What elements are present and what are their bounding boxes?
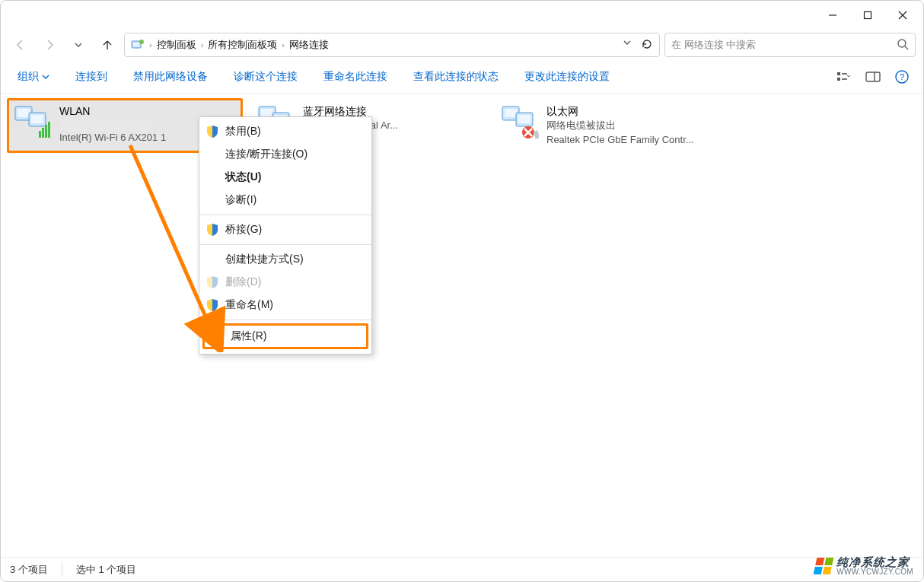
uac-shield-icon	[206, 125, 219, 138]
ctx-rename[interactable]: 重命名(M)	[199, 294, 371, 316]
ctx-properties[interactable]: 属性(R)	[205, 326, 366, 347]
up-button[interactable]	[95, 33, 119, 57]
status-item-count: 3 个项目	[10, 563, 48, 577]
svg-rect-21	[39, 131, 41, 138]
connect-to-button[interactable]: 连接到	[66, 65, 116, 88]
close-button[interactable]	[885, 3, 920, 27]
watermark-url: WWW.YCWJZY.COM	[836, 568, 913, 576]
ctx-properties-highlight: 属性(R)	[202, 323, 368, 349]
content-area[interactable]: WLAN Intel(R) Wi-Fi 6 AX201 1 蓝牙网络连接	[1, 94, 923, 557]
uac-shield-icon	[206, 298, 219, 312]
uac-shield-icon	[206, 223, 219, 237]
watermark-title: 纯净系统之家	[836, 556, 913, 568]
svg-rect-20	[31, 115, 43, 123]
svg-rect-24	[48, 122, 50, 138]
forward-button[interactable]	[37, 33, 62, 57]
status-selection: 选中 1 个项目	[76, 563, 136, 577]
svg-rect-30	[505, 109, 517, 117]
organize-menu[interactable]: 组织	[8, 65, 59, 88]
search-placeholder: 在 网络连接 中搜索	[671, 38, 897, 52]
preview-pane-button[interactable]	[859, 65, 887, 89]
title-bar	[1, 1, 923, 30]
breadcrumb-item[interactable]: 所有控制面板项	[208, 38, 277, 52]
menu-divider	[199, 215, 371, 215]
explorer-window: › 控制面板 › 所有控制面板项 › 网络连接 在 网络连接 中搜索 组织 连接…	[0, 0, 924, 582]
ctx-status[interactable]: 状态(U)	[199, 166, 371, 189]
uac-shield-icon	[211, 329, 225, 343]
ctx-diagnose[interactable]: 诊断(I)	[199, 189, 371, 211]
watermark-logo-icon	[814, 558, 834, 574]
adapter-device: Intel(R) Wi-Fi 6 AX201 1	[59, 131, 166, 145]
search-icon	[897, 38, 909, 52]
refresh-button[interactable]	[641, 38, 653, 52]
svg-rect-32	[518, 115, 531, 123]
ctx-connect-disconnect[interactable]: 连接/断开连接(O)	[199, 143, 371, 166]
svg-rect-23	[45, 125, 47, 138]
rename-button[interactable]: 重命名此连接	[314, 65, 397, 88]
change-settings-button[interactable]: 更改此连接的设置	[515, 65, 619, 88]
address-bar-row: › 控制面板 › 所有控制面板项 › 网络连接 在 网络连接 中搜索	[1, 30, 923, 60]
svg-rect-36	[533, 130, 539, 138]
adapter-ethernet[interactable]: 以太网 网络电缆被拔出 Realtek PCIe GbE Family Cont…	[494, 98, 730, 153]
adapter-device: Realtek PCIe GbE Family Contr...	[546, 133, 694, 148]
recent-dropdown[interactable]	[66, 33, 91, 57]
svg-rect-22	[42, 128, 44, 138]
ctx-create-shortcut[interactable]: 创建快捷方式(S)	[199, 248, 371, 271]
command-bar: 组织 连接到 禁用此网络设备 诊断这个连接 重命名此连接 查看此连接的状态 更改…	[1, 60, 923, 94]
control-panel-icon	[131, 38, 145, 52]
adapter-title: WLAN	[59, 103, 166, 119]
watermark: 纯净系统之家 WWW.YCWJZY.COM	[815, 556, 913, 576]
status-bar: 3 个项目 选中 1 个项目	[1, 557, 923, 581]
ctx-delete: 删除(D)	[199, 271, 371, 294]
chevron-right-icon: ›	[282, 40, 285, 49]
minimize-button[interactable]	[815, 3, 850, 27]
breadcrumb-item[interactable]: 网络连接	[289, 38, 329, 52]
svg-rect-10	[837, 78, 840, 81]
ctx-disable[interactable]: 禁用(B)	[199, 120, 371, 143]
status-separator	[62, 563, 62, 577]
menu-divider	[199, 320, 371, 320]
svg-line-8	[905, 46, 908, 49]
svg-rect-5	[133, 43, 139, 46]
diagnose-button[interactable]: 诊断这个连接	[225, 65, 307, 88]
breadcrumb[interactable]: › 控制面板 › 所有控制面板项 › 网络连接	[124, 33, 660, 57]
breadcrumb-item[interactable]: 控制面板	[157, 38, 196, 52]
network-adapter-icon	[499, 103, 539, 140]
ctx-bridge[interactable]: 桥接(G)	[199, 218, 371, 241]
context-menu: 禁用(B) 连接/断开连接(O) 状态(U) 诊断(I) 桥接(G) 创建快捷方…	[199, 116, 372, 355]
adapter-status: 网络电缆被拔出	[546, 119, 694, 133]
uac-shield-icon	[206, 275, 219, 289]
menu-divider	[199, 244, 371, 245]
adapter-ssid-blurred	[59, 119, 151, 131]
maximize-button[interactable]	[850, 3, 885, 27]
svg-rect-9	[837, 72, 840, 75]
search-input[interactable]: 在 网络连接 中搜索	[664, 33, 916, 57]
network-adapter-icon	[12, 103, 52, 140]
help-button[interactable]: ?	[888, 65, 916, 89]
view-options-button[interactable]	[830, 65, 858, 89]
chevron-right-icon: ›	[149, 40, 152, 49]
adapter-title: 以太网	[546, 103, 694, 119]
svg-rect-1	[865, 12, 871, 19]
view-status-button[interactable]: 查看此连接的状态	[404, 65, 508, 88]
svg-point-7	[898, 40, 906, 47]
address-dropdown[interactable]	[623, 38, 632, 52]
back-button[interactable]	[8, 33, 33, 57]
adapter-list: WLAN Intel(R) Wi-Fi 6 AX201 1 蓝牙网络连接	[7, 98, 917, 153]
svg-rect-13	[866, 72, 880, 81]
svg-text:?: ?	[900, 72, 904, 81]
svg-point-6	[139, 40, 144, 44]
chevron-right-icon: ›	[201, 40, 204, 49]
disable-device-button[interactable]: 禁用此网络设备	[124, 65, 217, 88]
svg-rect-18	[18, 109, 30, 117]
